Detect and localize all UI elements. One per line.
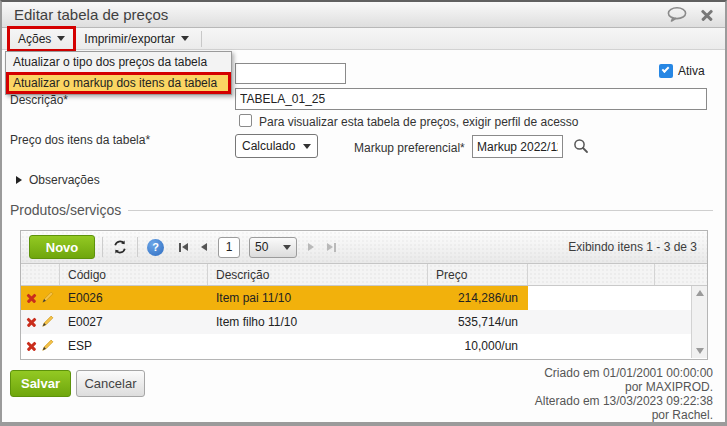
- preco-cell: 535,714/un: [428, 310, 528, 334]
- markup-preferencial-input[interactable]: [472, 135, 563, 158]
- delete-icon[interactable]: [27, 342, 36, 351]
- codigo-cell: ESP: [60, 334, 208, 358]
- chevron-right-icon: [16, 176, 22, 184]
- menu-bar: Ações Imprimir/exportar: [2, 28, 725, 50]
- chevron-down-icon: [181, 36, 189, 41]
- observacoes-label: Observações: [29, 173, 100, 187]
- descricao-cell: Item pai 11/10: [208, 286, 428, 310]
- menu-item-atualizar-tipo-precos[interactable]: Atualizar o tipo dos preços da tabela: [6, 52, 231, 72]
- chevron-down-icon: [303, 144, 311, 149]
- next-page-button[interactable]: [306, 241, 316, 253]
- codigo-cell: E0027: [60, 310, 208, 334]
- scroll-down-icon[interactable]: [696, 348, 704, 354]
- ativa-checkbox[interactable]: Ativa: [659, 64, 705, 78]
- cancel-button[interactable]: Cancelar: [76, 370, 145, 397]
- chevron-down-icon: [283, 245, 291, 250]
- toolbar-divider: [137, 237, 138, 257]
- novo-button[interactable]: Novo: [29, 235, 95, 259]
- section-divider: [128, 210, 713, 211]
- altered-line: Alterado em 13/03/2023 09:22:38: [535, 394, 713, 408]
- ativa-label: Ativa: [678, 64, 705, 78]
- preco-cell: 214,286/un: [428, 286, 528, 310]
- delete-icon[interactable]: [27, 318, 36, 327]
- scroll-up-icon[interactable]: [696, 290, 704, 296]
- chevron-down-icon: [57, 36, 65, 41]
- table-row[interactable]: ESP 10,000/un: [21, 334, 707, 358]
- descricao-input[interactable]: [235, 88, 707, 110]
- perfil-acesso-checkbox[interactable]: [239, 114, 252, 127]
- grid-toolbar: Novo ? 1: [21, 231, 707, 264]
- perfil-acesso-label: Para visualizar esta tabela de preços, e…: [259, 115, 579, 129]
- descricao-cell: Item filho 11/10: [208, 310, 428, 334]
- codigo-cell: E0026: [60, 286, 208, 310]
- items-status: Exibindo itens 1 - 3 de 3: [568, 240, 699, 254]
- row-actions-cell: [21, 286, 60, 310]
- edit-price-table-dialog: Editar tabela de preços Ações Imprimir/e…: [0, 0, 727, 426]
- table-row[interactable]: E0026 Item pai 11/10 214,286/un: [21, 286, 707, 310]
- page-size-select[interactable]: 50: [249, 237, 297, 258]
- audit-info: Criado em 01/01/2001 00:00:00 por MAXIPR…: [535, 366, 713, 422]
- save-button[interactable]: Salvar: [10, 370, 71, 397]
- markup-preferencial-label: Markup preferencial*: [354, 141, 465, 155]
- checkbox-checked-icon[interactable]: [659, 64, 673, 78]
- title-bar: Editar tabela de preços: [2, 2, 725, 28]
- last-page-button[interactable]: [325, 241, 338, 254]
- edit-pencil-icon[interactable]: [41, 314, 55, 331]
- previous-page-button[interactable]: [199, 241, 209, 253]
- preco-itens-label: Preço dos itens da tabela*: [10, 133, 170, 148]
- observacoes-toggle[interactable]: Observações: [16, 173, 100, 187]
- help-icon[interactable]: ?: [145, 239, 166, 256]
- toolbar-divider: [102, 237, 103, 257]
- search-icon[interactable]: [573, 138, 589, 158]
- menubar-divider: [201, 31, 202, 47]
- altered-by-line: por Rachel.: [535, 408, 713, 422]
- pagination: 1 50: [177, 237, 338, 258]
- acoes-dropdown-menu: Atualizar o tipo dos preços da tabela At…: [5, 51, 232, 95]
- products-grid: Novo ? 1: [20, 230, 708, 360]
- delete-icon[interactable]: [27, 294, 36, 303]
- first-page-button[interactable]: [177, 241, 190, 254]
- row-actions-cell: [21, 310, 60, 334]
- edit-pencil-icon[interactable]: [41, 338, 55, 355]
- produtos-servicos-title: Produtos/serviços: [10, 202, 127, 218]
- descricao-column-header[interactable]: Descrição: [208, 264, 428, 285]
- preco-column-header[interactable]: Preço: [428, 264, 528, 285]
- preco-cell: 10,000/un: [428, 334, 528, 358]
- menu-item-atualizar-markup-itens[interactable]: Atualizar o markup dos itens da tabela: [6, 72, 231, 94]
- nome-input[interactable]: [235, 63, 346, 84]
- comment-bubble-icon[interactable]: [667, 7, 687, 22]
- filler-column-header: [528, 264, 655, 285]
- descricao-cell: [208, 334, 428, 358]
- preco-itens-select[interactable]: Calculado: [235, 134, 318, 158]
- table-row[interactable]: E0027 Item filho 11/10 535,714/un: [21, 310, 707, 334]
- row-actions-cell: [21, 334, 60, 358]
- actions-annotation-box: Ações: [7, 26, 76, 52]
- menu-acoes-button[interactable]: Ações: [10, 29, 73, 49]
- filler-column-header: [655, 264, 707, 285]
- dialog-title: Editar tabela de preços: [14, 6, 168, 23]
- codigo-column-header[interactable]: Código: [60, 264, 208, 285]
- menu-imprimir-exportar-button[interactable]: Imprimir/exportar: [76, 29, 197, 49]
- actions-column-header: [21, 264, 60, 285]
- grid-header: Código Descrição Preço: [21, 264, 707, 286]
- vertical-scrollbar[interactable]: [691, 286, 707, 358]
- created-line: Criado em 01/01/2001 00:00:00: [535, 366, 713, 380]
- descricao-label: Descrição*: [10, 93, 68, 107]
- close-icon[interactable]: [701, 9, 713, 21]
- page-number-input[interactable]: 1: [218, 237, 240, 258]
- edit-pencil-icon[interactable]: [41, 290, 55, 307]
- refresh-icon[interactable]: [110, 239, 130, 255]
- created-by-line: por MAXIPROD.: [535, 380, 713, 394]
